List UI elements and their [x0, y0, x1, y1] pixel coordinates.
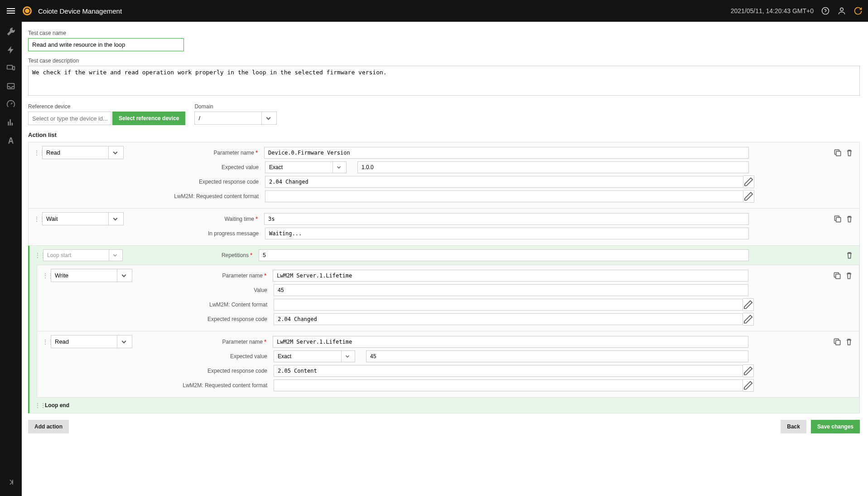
- response-code-input[interactable]: [274, 313, 743, 325]
- domain-select[interactable]: [194, 112, 277, 125]
- help-icon[interactable]: [821, 6, 830, 15]
- delete-icon[interactable]: [845, 148, 854, 157]
- drag-handle-icon[interactable]: ⋮⋮: [34, 150, 39, 156]
- delete-icon[interactable]: [845, 214, 854, 224]
- value-label: Value: [43, 287, 274, 293]
- pencil-icon[interactable]: [743, 298, 754, 311]
- sidebar: [0, 22, 22, 496]
- action-type-select[interactable]: [42, 212, 124, 225]
- content-format-input[interactable]: [274, 299, 743, 311]
- svg-rect-8: [836, 340, 840, 345]
- expected-value-label: Expected value: [34, 164, 265, 170]
- name-label: Test case name: [28, 30, 860, 36]
- action-card-loop-start: ⋮⋮ Loop start Repetitions ⋮⋮: [28, 246, 860, 413]
- back-button[interactable]: Back: [781, 420, 806, 433]
- font-icon[interactable]: [6, 136, 15, 145]
- response-code-input[interactable]: [274, 365, 743, 377]
- save-changes-button[interactable]: Save changes: [811, 420, 860, 433]
- expected-match-select[interactable]: [265, 161, 347, 173]
- response-code-input[interactable]: [265, 176, 743, 188]
- param-name-label: Parameter name: [132, 272, 273, 279]
- svg-rect-5: [836, 151, 841, 156]
- repetitions-input[interactable]: [259, 249, 749, 261]
- footer: Add action Back Save changes: [28, 420, 860, 433]
- waiting-time-input[interactable]: [264, 213, 749, 225]
- action-card-write: ⋮⋮ Parameter name Value: [37, 265, 859, 331]
- bolt-icon[interactable]: [6, 45, 15, 54]
- topbar: Coiote Device Management 2021/05/11, 14:…: [0, 0, 868, 22]
- waiting-time-label: Waiting time: [124, 216, 264, 222]
- pencil-icon[interactable]: [743, 365, 754, 377]
- drag-handle-icon[interactable]: ⋮⋮: [35, 402, 40, 408]
- pencil-icon[interactable]: [743, 190, 754, 203]
- devices-icon[interactable]: [6, 63, 15, 73]
- progress-msg-input[interactable]: [265, 228, 749, 239]
- delete-icon[interactable]: [844, 337, 854, 346]
- action-type-select[interactable]: [42, 146, 124, 159]
- delete-icon[interactable]: [845, 251, 854, 260]
- logo-icon: [23, 6, 32, 15]
- test-case-name-input[interactable]: [28, 38, 184, 51]
- loop-start-type[interactable]: Loop start: [43, 249, 123, 261]
- expand-sidebar-icon[interactable]: [6, 477, 16, 487]
- value-input[interactable]: [274, 284, 748, 296]
- menu-icon[interactable]: [5, 5, 16, 16]
- app-title: Coiote Device Management: [38, 7, 122, 15]
- ref-device-input[interactable]: [28, 112, 111, 125]
- content-format-label: LwM2M: Requested content format: [43, 382, 274, 389]
- param-name-input[interactable]: [273, 270, 748, 282]
- param-name-label: Parameter name: [124, 150, 264, 156]
- timestamp: 2021/05/11, 14:20:43 GMT+0: [731, 7, 814, 15]
- response-code-label: Expected response code: [34, 179, 265, 185]
- select-reference-button[interactable]: Select reference device: [112, 112, 185, 125]
- gauge-icon[interactable]: [6, 100, 15, 109]
- expected-value-label: Expected value: [43, 353, 274, 360]
- drag-handle-icon[interactable]: ⋮⋮: [43, 272, 48, 279]
- chart-icon[interactable]: [6, 118, 15, 127]
- content-format-input[interactable]: [274, 379, 743, 391]
- inbox-icon[interactable]: [6, 82, 15, 91]
- action-type-select[interactable]: [51, 335, 132, 348]
- drag-handle-icon[interactable]: ⋮⋮: [35, 252, 40, 258]
- content-format-label: LwM2M: Requested content format: [34, 193, 265, 199]
- add-action-button[interactable]: Add action: [28, 420, 69, 433]
- param-name-label: Parameter name: [132, 339, 273, 345]
- desc-label: Test case description: [28, 58, 860, 64]
- pencil-icon[interactable]: [743, 313, 754, 326]
- content-format-input[interactable]: [265, 190, 743, 202]
- response-code-label: Expected response code: [43, 316, 274, 322]
- pencil-icon[interactable]: [743, 175, 754, 188]
- domain-label: Domain: [194, 103, 277, 110]
- action-card-read2: ⋮⋮ Parameter name Expected va: [37, 331, 859, 398]
- action-list-title: Action list: [28, 131, 860, 138]
- refresh-icon[interactable]: [854, 6, 863, 15]
- param-name-input[interactable]: [273, 336, 748, 348]
- pencil-icon[interactable]: [743, 379, 754, 392]
- svg-rect-6: [836, 217, 841, 222]
- action-card-wait: ⋮⋮ Waiting time In progress message: [28, 209, 860, 246]
- expected-value-input[interactable]: [357, 161, 749, 173]
- action-type-select[interactable]: [51, 269, 132, 282]
- svg-point-1: [840, 8, 844, 11]
- delete-icon[interactable]: [844, 271, 854, 280]
- wrench-icon[interactable]: [6, 27, 15, 36]
- expected-value-input[interactable]: [366, 350, 748, 362]
- ref-device-label: Reference device: [28, 103, 185, 110]
- user-icon[interactable]: [837, 6, 846, 15]
- drag-handle-icon[interactable]: ⋮⋮: [34, 216, 39, 222]
- content-format-label: LwM2M: Content format: [43, 301, 274, 308]
- response-code-label: Expected response code: [43, 368, 274, 374]
- test-case-desc-input[interactable]: [28, 66, 860, 96]
- svg-rect-7: [836, 274, 840, 278]
- copy-icon[interactable]: [833, 148, 842, 157]
- drag-handle-icon[interactable]: ⋮⋮: [43, 339, 48, 345]
- copy-icon[interactable]: [833, 214, 842, 224]
- repetitions-label: Repetitions: [123, 252, 259, 258]
- expected-match-select[interactable]: [274, 350, 355, 362]
- action-card-read1: ⋮⋮ Parameter name Expected value: [28, 142, 860, 209]
- loop-end-label: Loop end: [45, 402, 69, 408]
- svg-rect-3: [13, 67, 14, 70]
- copy-icon[interactable]: [833, 337, 842, 346]
- param-name-input[interactable]: [264, 147, 749, 159]
- copy-icon[interactable]: [833, 271, 842, 280]
